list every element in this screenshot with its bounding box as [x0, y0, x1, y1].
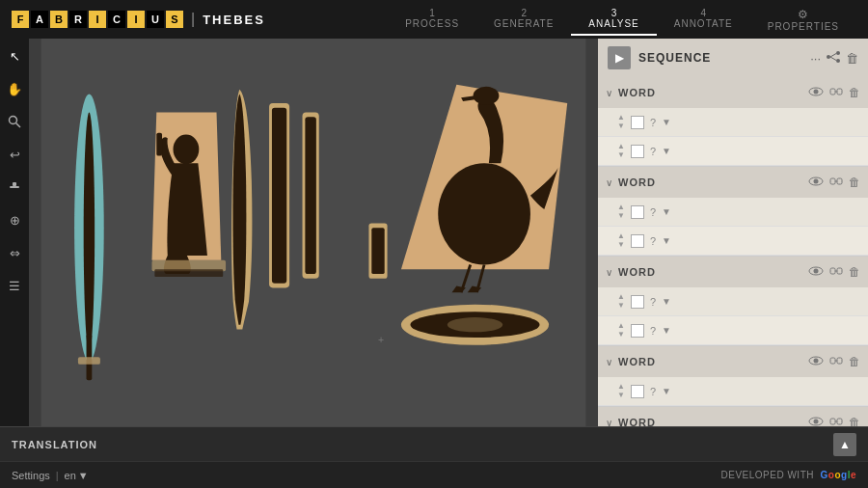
glyph-dropdown-1-1[interactable]: ▼: [662, 117, 671, 127]
glyph-chevrons-3-1: ▲ ▼: [617, 293, 625, 310]
word-eye-icon-4[interactable]: [808, 355, 824, 368]
word-header-1: ∨ WORD 🗑: [598, 77, 868, 108]
hand-tool[interactable]: ✋: [5, 79, 24, 98]
word-chevron-3[interactable]: ∨: [606, 267, 612, 278]
svg-rect-41: [837, 178, 842, 184]
glyph-question-2-1[interactable]: ?: [650, 206, 656, 218]
more-options-icon[interactable]: ···: [810, 51, 821, 66]
glyph-up-2-2[interactable]: ▲: [617, 232, 625, 240]
glyph-dropdown-3-1[interactable]: ▼: [662, 296, 671, 307]
word-eye-icon-5[interactable]: [808, 416, 824, 426]
settings-separator: |: [56, 470, 59, 481]
stamp-tool[interactable]: ⊕: [5, 210, 24, 230]
word-icons-5: 🗑: [808, 415, 860, 427]
glyph-checkbox-2-2[interactable]: [631, 234, 644, 248]
word-chevron-2[interactable]: ∨: [606, 177, 612, 188]
right-panel: ▶ SEQUENCE ··· 🗑: [598, 39, 868, 426]
svg-rect-50: [830, 358, 835, 364]
svg-point-30: [827, 55, 830, 59]
glyph-question-4-1[interactable]: ?: [650, 386, 656, 397]
glyph-checkbox-3-2[interactable]: [631, 324, 644, 338]
word-group-5: ∨ WORD 🗑 ▲ ▼: [598, 407, 868, 426]
settings-link[interactable]: Settings: [12, 470, 50, 481]
word-chevron-4[interactable]: ∨: [606, 357, 612, 367]
word-delete-icon-4[interactable]: 🗑: [849, 355, 860, 368]
glyph-dropdown-3-2[interactable]: ▼: [662, 325, 671, 336]
svg-point-34: [814, 90, 819, 95]
logo-block: F A B R I C I U S: [12, 11, 183, 28]
glyph-dropdown-1-2[interactable]: ▼: [662, 146, 671, 156]
nav-step-annotate[interactable]: 4 ANNOTATE: [657, 4, 750, 36]
search-tool[interactable]: [5, 112, 24, 131]
word-header-2: ∨ WORD 🗑: [598, 167, 868, 198]
glyph-up-4-1[interactable]: ▲: [617, 383, 625, 391]
word-chevron-1[interactable]: ∨: [606, 88, 612, 98]
cursor-tool[interactable]: ↖: [5, 46, 24, 66]
svg-point-22: [474, 87, 500, 105]
nav-step-properties[interactable]: ⚙ PROPERTIES: [750, 4, 856, 36]
panel-expand-button[interactable]: ▶: [608, 46, 631, 69]
language-selector[interactable]: en: [65, 470, 76, 481]
glyph-checkbox-1-1[interactable]: [631, 116, 644, 129]
glyph-up-1-1[interactable]: ▲: [617, 114, 625, 122]
glyph-question-3-1[interactable]: ?: [650, 296, 656, 308]
brush-tool[interactable]: [5, 177, 24, 197]
word-link-icon-3[interactable]: [829, 264, 843, 281]
language-chevron-icon[interactable]: ▼: [78, 470, 89, 481]
undo-tool[interactable]: ↩: [5, 145, 24, 164]
glyph-checkbox-3-1[interactable]: [631, 295, 644, 309]
word-link-icon-5[interactable]: [829, 415, 843, 427]
word-delete-icon-5[interactable]: 🗑: [849, 416, 860, 426]
glyph-row-1-1: ▲ ▼ ? ▼: [598, 108, 868, 137]
glyph-up-2-1[interactable]: ▲: [617, 203, 625, 211]
svg-rect-55: [830, 419, 835, 424]
svg-point-28: [836, 51, 840, 55]
transform-tool[interactable]: ⇔: [5, 243, 24, 262]
glyph-chevrons-4-1: ▲ ▼: [617, 383, 625, 399]
glyph-question-1-1[interactable]: ?: [650, 117, 656, 128]
glyph-down-4-1[interactable]: ▼: [617, 392, 625, 399]
word-link-icon-2[interactable]: [829, 175, 843, 191]
glyph-dropdown-2-1[interactable]: ▼: [662, 206, 671, 217]
word-eye-icon-2[interactable]: [808, 176, 824, 189]
glyph-down-2-2[interactable]: ▼: [617, 241, 625, 249]
word-delete-icon-1[interactable]: 🗑: [849, 86, 860, 99]
svg-point-29: [836, 59, 840, 63]
svg-rect-45: [830, 268, 835, 274]
word-eye-icon-1[interactable]: [808, 86, 824, 99]
glyph-down-3-1[interactable]: ▼: [617, 302, 625, 310]
word-chevron-5[interactable]: ∨: [606, 418, 612, 427]
glyph-down-1-2[interactable]: ▼: [617, 151, 625, 159]
nav-step-analyse[interactable]: 3 ANALYSE: [571, 4, 656, 36]
share-icon[interactable]: [827, 51, 840, 66]
word-eye-icon-3[interactable]: [808, 265, 824, 279]
glyph-checkbox-2-1[interactable]: [631, 205, 644, 219]
glyph-up-3-2[interactable]: ▲: [617, 322, 625, 330]
glyph-checkbox-1-2[interactable]: [631, 145, 644, 158]
glyph-down-1-1[interactable]: ▼: [617, 122, 625, 130]
nav-step-process[interactable]: 1 PROCESS: [388, 4, 476, 36]
step-num-generate: 2: [521, 8, 527, 18]
hieroglyph-svg: +: [29, 39, 598, 426]
glyph-down-2-1[interactable]: ▼: [617, 212, 625, 220]
nav-step-generate[interactable]: 2 GENERATE: [476, 4, 571, 36]
word-icons-3: 🗑: [808, 264, 860, 281]
scroll-up-button[interactable]: ▲: [833, 433, 856, 456]
glyph-checkbox-4-1[interactable]: [631, 385, 644, 398]
glyph-up-1-2[interactable]: ▲: [617, 143, 625, 150]
word-link-icon-4[interactable]: [829, 354, 843, 370]
delete-icon[interactable]: 🗑: [846, 51, 858, 66]
glyph-down-3-2[interactable]: ▼: [617, 331, 625, 339]
glyph-up-3-1[interactable]: ▲: [617, 293, 625, 301]
layers-tool[interactable]: ☰: [5, 276, 24, 295]
word-delete-icon-3[interactable]: 🗑: [849, 265, 860, 279]
word-link-icon-1[interactable]: [829, 85, 843, 101]
word-icons-4: 🗑: [808, 354, 860, 370]
glyph-question-1-2[interactable]: ?: [650, 146, 656, 157]
glyph-question-3-2[interactable]: ?: [650, 325, 656, 337]
glyph-question-2-2[interactable]: ?: [650, 235, 656, 247]
logo-separator: |: [191, 11, 195, 28]
word-delete-icon-2[interactable]: 🗑: [849, 176, 860, 189]
glyph-dropdown-2-2[interactable]: ▼: [662, 235, 671, 246]
glyph-dropdown-4-1[interactable]: ▼: [662, 386, 671, 396]
